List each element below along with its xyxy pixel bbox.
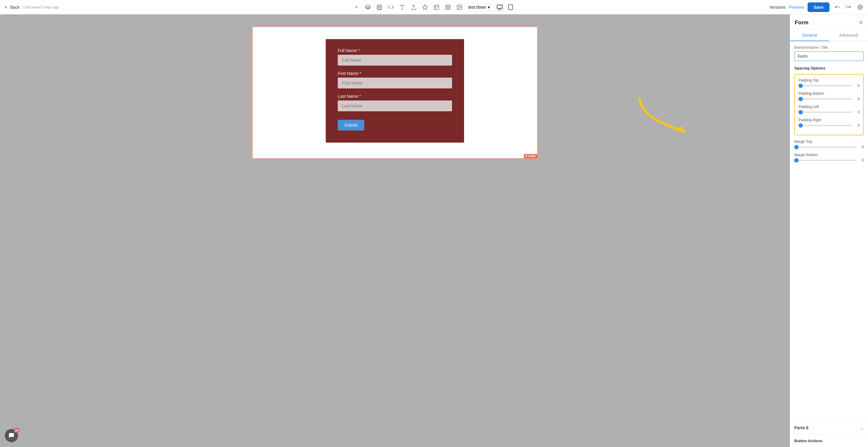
redo-button[interactable] — [844, 3, 852, 11]
panel-title: Form — [795, 20, 808, 26]
device-icons — [496, 3, 515, 11]
page-title: test three — [468, 5, 486, 10]
padding-bottom-thumb — [799, 97, 803, 101]
button-actions-section: Button Actions — [790, 434, 868, 447]
tab-advanced[interactable]: Advanced — [829, 30, 868, 41]
back-icon — [4, 5, 8, 10]
margin-top-thumb — [794, 145, 799, 149]
padding-top-slider-container: 0 — [799, 84, 860, 88]
margin-bottom-thumb — [794, 158, 799, 162]
form-0-section[interactable]: Form 0 ⌄ — [790, 421, 868, 434]
padding-left-slider-container: 0 — [799, 110, 860, 114]
button-actions-label: Button Actions — [794, 439, 822, 443]
preview-button[interactable]: Preview — [789, 5, 804, 10]
top-bar-right: Versions Preview Save — [769, 2, 864, 12]
page-frame: Full Name * First Name * Last Name * Sub… — [252, 27, 538, 159]
padding-bottom-slider-container: 0 — [799, 97, 860, 101]
spacing-section: Padding Top 0 Padding Bottom 0 — [794, 74, 864, 136]
toolbar-icons: ＋ — [353, 4, 463, 10]
code-icon[interactable] — [388, 4, 394, 10]
padding-bottom-label: Padding Bottom — [799, 91, 860, 96]
margin-section: Margin Top 0 Margin Bottom 0 — [794, 140, 864, 162]
form-badge: FORM — [524, 154, 537, 158]
margin-top-slider[interactable] — [794, 147, 857, 148]
saved-text: Last saved 6 days ago — [23, 5, 59, 9]
main-layout: Full Name * First Name * Last Name * Sub… — [0, 14, 868, 447]
back-button[interactable]: Back — [4, 5, 20, 10]
top-bar-center: ＋ — [353, 3, 515, 11]
padding-top-value: 0 — [855, 84, 860, 88]
layout-icon[interactable] — [433, 4, 440, 10]
last-name-input[interactable] — [338, 100, 452, 111]
svg-rect-12 — [448, 5, 450, 7]
canvas-area[interactable]: Full Name * First Name * Last Name * Sub… — [0, 14, 790, 447]
padding-left-value: 0 — [855, 110, 860, 114]
top-bar-left: Back Last saved 6 days ago — [4, 5, 59, 10]
form-widget: Full Name * First Name * Last Name * Sub… — [326, 39, 464, 143]
margin-bottom-slider-container: 0 — [794, 158, 864, 162]
versions-button[interactable]: Versions — [769, 5, 785, 10]
desktop-icon[interactable] — [496, 3, 504, 11]
padding-top-slider[interactable] — [799, 85, 852, 86]
settings-button[interactable] — [856, 3, 864, 11]
svg-rect-20 — [508, 4, 513, 10]
element-name-group: Element Name / Title — [794, 46, 864, 61]
padding-right-label: Padding Right — [799, 118, 860, 122]
padding-top-row: Padding Top 0 — [799, 78, 860, 88]
save-icon[interactable] — [376, 4, 382, 10]
padding-right-slider[interactable] — [799, 125, 852, 126]
grid-icon[interactable] — [444, 4, 451, 10]
padding-left-label: Padding Left — [799, 105, 860, 109]
margin-bottom-value: 0 — [859, 158, 864, 162]
text-icon[interactable] — [399, 4, 405, 10]
svg-point-16 — [458, 6, 459, 6]
padding-bottom-slider[interactable] — [799, 98, 852, 99]
chat-badge: 20 — [14, 428, 19, 433]
padding-right-value: 0 — [855, 123, 860, 127]
tablet-icon[interactable] — [506, 3, 515, 11]
submit-button[interactable]: Submit — [338, 120, 364, 130]
undo-redo — [833, 3, 852, 11]
padding-top-label: Padding Top — [799, 78, 860, 82]
padding-left-slider[interactable] — [799, 112, 852, 113]
star-icon[interactable] — [422, 4, 428, 10]
padding-right-thumb — [799, 123, 803, 127]
element-name-label: Element Name / Title — [794, 46, 864, 50]
margin-bottom-slider[interactable] — [794, 160, 857, 161]
full-name-field: Full Name * — [338, 48, 452, 66]
full-name-input[interactable] — [338, 55, 452, 66]
svg-rect-14 — [446, 7, 447, 9]
margin-top-label: Margin Top — [794, 140, 864, 144]
padding-left-row: Padding Left 0 — [799, 105, 860, 114]
close-icon[interactable]: ✕ — [859, 19, 863, 26]
upload-icon[interactable] — [410, 4, 417, 10]
spacing-options-title: Spacing Options — [794, 66, 864, 70]
svg-rect-13 — [448, 7, 450, 9]
full-name-label: Full Name * — [338, 48, 452, 53]
svg-marker-23 — [678, 126, 685, 132]
first-name-field: First Name * — [338, 71, 452, 88]
margin-top-row: Margin Top 0 — [794, 140, 864, 149]
arrow-annotation — [630, 93, 696, 141]
tab-general[interactable]: General — [790, 30, 829, 41]
padding-left-thumb — [799, 110, 803, 114]
margin-bottom-label: Margin Bottom — [794, 153, 864, 157]
svg-rect-8 — [434, 5, 439, 9]
chevron-down-icon: ▾ — [488, 5, 490, 10]
top-bar: Back Last saved 6 days ago ＋ — [0, 0, 868, 14]
layers-icon[interactable] — [365, 4, 371, 10]
margin-top-slider-container: 0 — [794, 145, 864, 149]
first-name-input[interactable] — [338, 78, 452, 88]
add-icon[interactable]: ＋ — [353, 4, 360, 10]
image-icon[interactable] — [456, 4, 463, 10]
last-name-field: Last Name * — [338, 94, 452, 111]
padding-bottom-row: Padding Bottom 0 — [799, 91, 860, 101]
chat-bubble[interactable]: 20 — [5, 429, 18, 442]
element-name-input[interactable] — [794, 52, 864, 61]
margin-bottom-row: Margin Bottom 0 — [794, 153, 864, 162]
panel-content: Element Name / Title Spacing Options Pad… — [790, 41, 868, 421]
chat-icon — [8, 432, 15, 439]
page-title-button[interactable]: test three ▾ — [465, 3, 493, 11]
undo-button[interactable] — [833, 3, 841, 11]
save-button[interactable]: Save — [808, 2, 830, 12]
